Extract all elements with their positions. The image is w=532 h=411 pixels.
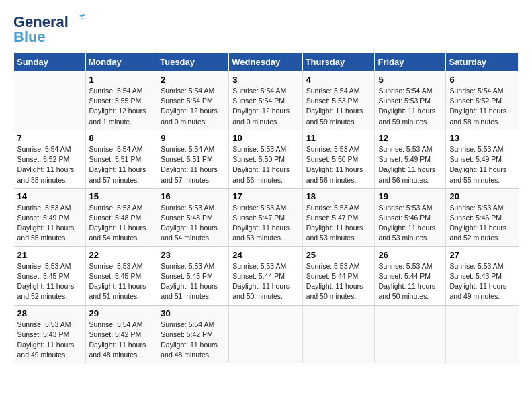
day-number: 23 (161, 250, 225, 260)
calendar-cell: 25Sunrise: 5:53 AMSunset: 5:44 PMDayligh… (302, 246, 375, 305)
day-info: Sunrise: 5:53 AMSunset: 5:44 PMDaylight:… (306, 261, 371, 302)
day-info: Sunrise: 5:54 AMSunset: 5:51 PMDaylight:… (161, 144, 225, 185)
weekday-header-monday: Monday (85, 53, 157, 72)
calendar-cell: 14Sunrise: 5:53 AMSunset: 5:49 PMDayligh… (14, 188, 86, 246)
calendar-cell: 17Sunrise: 5:53 AMSunset: 5:47 PMDayligh… (229, 188, 302, 246)
calendar-cell: 10Sunrise: 5:53 AMSunset: 5:50 PMDayligh… (229, 130, 302, 188)
page-header: General Blue (13, 13, 519, 46)
day-info: Sunrise: 5:53 AMSunset: 5:49 PMDaylight:… (17, 203, 82, 244)
day-number: 20 (449, 191, 515, 201)
calendar-cell (302, 305, 375, 363)
weekday-header-row: SundayMondayTuesdayWednesdayThursdayFrid… (14, 53, 519, 72)
logo-bird-icon (70, 13, 89, 28)
day-number: 1 (89, 75, 154, 85)
weekday-header-saturday: Saturday (446, 53, 519, 72)
calendar-cell: 2Sunrise: 5:54 AMSunset: 5:54 PMDaylight… (157, 72, 229, 130)
calendar-cell: 30Sunrise: 5:54 AMSunset: 5:42 PMDayligh… (157, 305, 229, 363)
day-number: 29 (89, 308, 154, 318)
logo: General Blue (13, 13, 89, 46)
calendar-cell: 13Sunrise: 5:53 AMSunset: 5:49 PMDayligh… (446, 130, 519, 188)
day-number: 25 (306, 250, 371, 260)
day-number: 4 (306, 75, 371, 85)
day-number: 13 (449, 133, 515, 143)
day-info: Sunrise: 5:53 AMSunset: 5:50 PMDaylight:… (306, 144, 371, 185)
day-number: 18 (306, 191, 371, 201)
day-info: Sunrise: 5:54 AMSunset: 5:54 PMDaylight:… (161, 86, 225, 127)
calendar-cell: 9Sunrise: 5:54 AMSunset: 5:51 PMDaylight… (157, 130, 229, 188)
day-number: 5 (378, 75, 442, 85)
day-number: 16 (161, 191, 225, 201)
day-number: 8 (89, 133, 154, 143)
weekday-header-thursday: Thursday (302, 53, 375, 72)
calendar-cell: 28Sunrise: 5:53 AMSunset: 5:43 PMDayligh… (14, 305, 86, 363)
weekday-header-sunday: Sunday (14, 53, 86, 72)
day-info: Sunrise: 5:54 AMSunset: 5:52 PMDaylight:… (17, 144, 82, 185)
day-number: 2 (161, 75, 225, 85)
calendar-cell: 11Sunrise: 5:53 AMSunset: 5:50 PMDayligh… (302, 130, 375, 188)
day-number: 17 (232, 191, 298, 201)
day-info: Sunrise: 5:54 AMSunset: 5:42 PMDaylight:… (89, 320, 154, 361)
day-number: 12 (378, 133, 442, 143)
day-info: Sunrise: 5:54 AMSunset: 5:54 PMDaylight:… (232, 86, 298, 127)
calendar-week-4: 21Sunrise: 5:53 AMSunset: 5:45 PMDayligh… (14, 246, 519, 305)
calendar-cell: 20Sunrise: 5:53 AMSunset: 5:46 PMDayligh… (446, 188, 519, 246)
day-info: Sunrise: 5:53 AMSunset: 5:46 PMDaylight:… (449, 203, 515, 244)
calendar-cell: 7Sunrise: 5:54 AMSunset: 5:52 PMDaylight… (14, 130, 86, 188)
calendar-week-3: 14Sunrise: 5:53 AMSunset: 5:49 PMDayligh… (14, 188, 519, 246)
day-number: 19 (378, 191, 442, 201)
calendar-cell (446, 305, 519, 363)
day-number: 28 (17, 308, 82, 318)
calendar-week-1: 1Sunrise: 5:54 AMSunset: 5:55 PMDaylight… (14, 72, 519, 130)
calendar-week-5: 28Sunrise: 5:53 AMSunset: 5:43 PMDayligh… (14, 305, 519, 363)
calendar-cell: 16Sunrise: 5:53 AMSunset: 5:48 PMDayligh… (157, 188, 229, 246)
day-number: 21 (17, 250, 82, 260)
calendar-cell: 5Sunrise: 5:54 AMSunset: 5:53 PMDaylight… (375, 72, 446, 130)
day-number: 15 (89, 191, 154, 201)
calendar-cell: 6Sunrise: 5:54 AMSunset: 5:52 PMDaylight… (446, 72, 519, 130)
calendar-cell: 22Sunrise: 5:53 AMSunset: 5:45 PMDayligh… (85, 246, 157, 305)
calendar-cell: 27Sunrise: 5:53 AMSunset: 5:43 PMDayligh… (446, 246, 519, 305)
day-number: 6 (449, 75, 515, 85)
weekday-header-wednesday: Wednesday (229, 53, 302, 72)
calendar-cell: 8Sunrise: 5:54 AMSunset: 5:51 PMDaylight… (85, 130, 157, 188)
calendar-cell (14, 72, 86, 130)
day-number: 9 (161, 133, 225, 143)
weekday-header-friday: Friday (375, 53, 446, 72)
day-info: Sunrise: 5:53 AMSunset: 5:43 PMDaylight:… (449, 261, 515, 302)
calendar-cell: 19Sunrise: 5:53 AMSunset: 5:46 PMDayligh… (375, 188, 446, 246)
calendar-cell: 4Sunrise: 5:54 AMSunset: 5:53 PMDaylight… (302, 72, 375, 130)
day-number: 11 (306, 133, 371, 143)
calendar-cell (375, 305, 446, 363)
day-number: 3 (232, 75, 298, 85)
day-info: Sunrise: 5:54 AMSunset: 5:51 PMDaylight:… (89, 144, 154, 185)
day-number: 27 (449, 250, 515, 260)
day-number: 7 (17, 133, 82, 143)
calendar-cell: 15Sunrise: 5:53 AMSunset: 5:48 PMDayligh… (85, 188, 157, 246)
calendar-cell: 1Sunrise: 5:54 AMSunset: 5:55 PMDaylight… (85, 72, 157, 130)
calendar-cell: 23Sunrise: 5:53 AMSunset: 5:45 PMDayligh… (157, 246, 229, 305)
day-number: 30 (161, 308, 225, 318)
day-number: 24 (232, 250, 298, 260)
calendar-cell: 21Sunrise: 5:53 AMSunset: 5:45 PMDayligh… (14, 246, 86, 305)
calendar-cell (229, 305, 302, 363)
day-info: Sunrise: 5:53 AMSunset: 5:50 PMDaylight:… (232, 144, 298, 185)
day-info: Sunrise: 5:53 AMSunset: 5:49 PMDaylight:… (378, 144, 442, 185)
day-info: Sunrise: 5:53 AMSunset: 5:46 PMDaylight:… (378, 203, 442, 244)
day-number: 10 (232, 133, 298, 143)
day-info: Sunrise: 5:53 AMSunset: 5:48 PMDaylight:… (89, 203, 154, 244)
day-info: Sunrise: 5:54 AMSunset: 5:42 PMDaylight:… (161, 320, 225, 361)
day-info: Sunrise: 5:53 AMSunset: 5:47 PMDaylight:… (232, 203, 298, 244)
weekday-header-tuesday: Tuesday (157, 53, 229, 72)
day-info: Sunrise: 5:54 AMSunset: 5:52 PMDaylight:… (449, 86, 515, 127)
calendar-cell: 3Sunrise: 5:54 AMSunset: 5:54 PMDaylight… (229, 72, 302, 130)
day-info: Sunrise: 5:53 AMSunset: 5:44 PMDaylight:… (378, 261, 442, 302)
calendar-cell: 12Sunrise: 5:53 AMSunset: 5:49 PMDayligh… (375, 130, 446, 188)
day-number: 14 (17, 191, 82, 201)
calendar-cell: 18Sunrise: 5:53 AMSunset: 5:47 PMDayligh… (302, 188, 375, 246)
calendar-table: SundayMondayTuesdayWednesdayThursdayFrid… (13, 52, 519, 363)
day-info: Sunrise: 5:53 AMSunset: 5:45 PMDaylight:… (17, 261, 82, 302)
day-info: Sunrise: 5:54 AMSunset: 5:55 PMDaylight:… (89, 86, 154, 127)
day-info: Sunrise: 5:53 AMSunset: 5:48 PMDaylight:… (161, 203, 225, 244)
calendar-cell: 24Sunrise: 5:53 AMSunset: 5:44 PMDayligh… (229, 246, 302, 305)
day-info: Sunrise: 5:53 AMSunset: 5:44 PMDaylight:… (232, 261, 298, 302)
